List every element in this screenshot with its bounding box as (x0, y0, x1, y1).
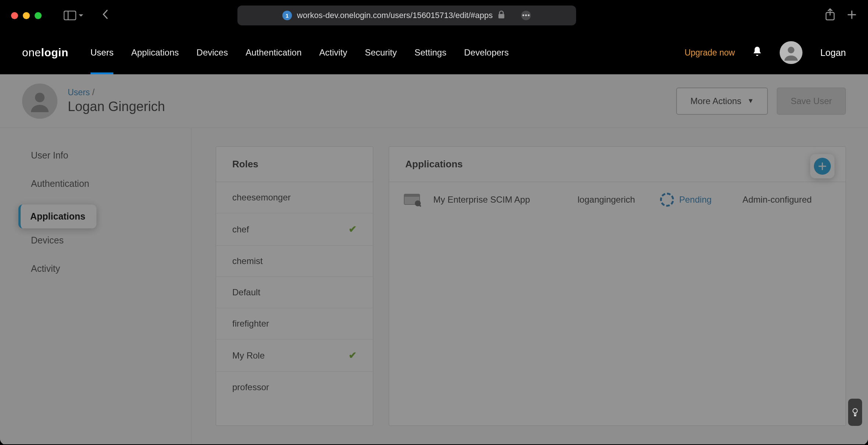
upgrade-link[interactable]: Upgrade now (685, 48, 735, 58)
close-window-button[interactable] (11, 12, 18, 19)
new-tab-button[interactable] (847, 10, 857, 21)
brand-logo[interactable]: onelogin (22, 46, 68, 59)
page-title: Logan Gingerich (68, 99, 165, 114)
nav-applications[interactable]: Applications (131, 31, 179, 74)
save-user-button[interactable]: Save User (777, 88, 846, 115)
user-avatar-large (22, 83, 57, 119)
page-header: Users / Logan Gingerich More Actions ▼ S… (0, 74, 868, 128)
back-button[interactable] (102, 9, 109, 22)
role-row[interactable]: professor (216, 372, 373, 403)
top-navigation: onelogin Users Applications Devices Auth… (0, 31, 868, 74)
svg-point-7 (35, 93, 45, 102)
user-menu[interactable]: Logan (820, 47, 846, 58)
breadcrumb-parent[interactable]: Users (68, 88, 90, 97)
svg-point-6 (788, 47, 794, 53)
user-avatar[interactable] (780, 41, 802, 64)
app-icon (404, 191, 421, 209)
check-icon: ✔ (349, 350, 357, 361)
role-row[interactable]: My Role✔ (216, 339, 373, 372)
app-username: logangingerich (578, 195, 651, 205)
role-row[interactable]: cheesemonger (216, 182, 373, 213)
help-button[interactable] (848, 399, 862, 426)
more-actions-button[interactable]: More Actions ▼ (676, 88, 768, 115)
notifications-button[interactable] (752, 46, 762, 60)
role-row[interactable]: Default (216, 277, 373, 308)
side-item-activity[interactable]: Activity (0, 254, 191, 283)
user-side-nav: User Info Authentication Applications De… (0, 128, 191, 444)
lock-icon (498, 10, 505, 21)
nav-users[interactable]: Users (91, 31, 114, 74)
maximize-window-button[interactable] (35, 12, 42, 19)
roles-panel: Roles cheesemonger chef✔ chemist Default… (216, 146, 373, 426)
breadcrumb-separator: / (92, 88, 94, 97)
applications-panel: Applications My Enterprise SCIM App loga… (389, 146, 846, 426)
role-row[interactable]: chemist (216, 246, 373, 277)
nav-settings[interactable]: Settings (414, 31, 447, 74)
minimize-window-button[interactable] (23, 12, 30, 19)
svg-rect-0 (64, 11, 76, 20)
breadcrumb[interactable]: Users / (68, 88, 165, 97)
side-item-applications[interactable]: Applications (18, 204, 96, 228)
window-controls (11, 12, 42, 19)
role-row[interactable]: firefighter (216, 308, 373, 339)
nav-devices[interactable]: Devices (197, 31, 228, 74)
sidebar-toggle-button[interactable] (64, 11, 84, 20)
app-config: Admin-configured (742, 195, 831, 205)
chevron-down-icon: ▼ (747, 97, 754, 105)
application-row[interactable]: My Enterprise SCIM App logangingerich Pe… (389, 182, 846, 217)
svg-rect-2 (498, 14, 504, 18)
app-name: My Enterprise SCIM App (433, 195, 569, 205)
site-settings-button[interactable]: ••• (521, 11, 531, 20)
check-icon: ✔ (349, 224, 357, 235)
app-status: Pending (660, 193, 734, 207)
address-bar[interactable]: 1 workos-dev.onelogin.com/users/15601571… (237, 6, 576, 25)
add-application-button[interactable] (814, 158, 831, 175)
applications-heading: Applications (389, 147, 846, 182)
tab-count-badge: 1 (282, 11, 292, 20)
nav-developers[interactable]: Developers (464, 31, 509, 74)
browser-chrome: 1 workos-dev.onelogin.com/users/15601571… (0, 0, 868, 31)
roles-heading: Roles (216, 147, 373, 182)
svg-point-14 (853, 409, 857, 413)
side-item-user-info[interactable]: User Info (0, 141, 191, 170)
side-item-authentication[interactable]: Authentication (0, 170, 191, 198)
nav-authentication[interactable]: Authentication (246, 31, 301, 74)
nav-activity[interactable]: Activity (319, 31, 347, 74)
url-text: workos-dev.onelogin.com/users/156015713/… (297, 11, 493, 20)
pending-spinner-icon (660, 193, 674, 207)
share-button[interactable] (825, 8, 836, 23)
role-row[interactable]: chef✔ (216, 213, 373, 246)
nav-security[interactable]: Security (365, 31, 397, 74)
side-item-devices[interactable]: Devices (0, 226, 191, 254)
add-application-highlight (810, 154, 835, 178)
